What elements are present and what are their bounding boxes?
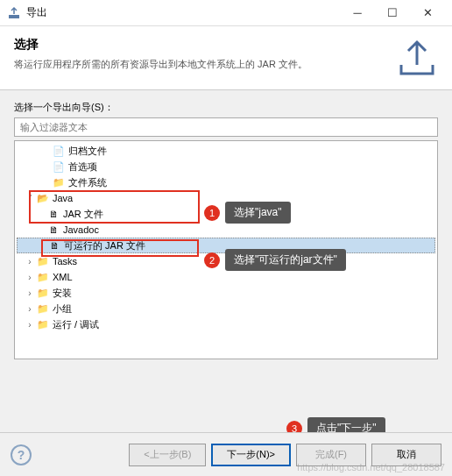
filter-input[interactable]	[14, 117, 438, 137]
maximize-button[interactable]: ☐	[375, 1, 410, 25]
folder-icon: 📁	[36, 302, 50, 315]
collapse-icon[interactable]: ›	[24, 257, 36, 266]
file-icon: 📄	[52, 160, 66, 173]
page-description: 将运行应用程序所需的所有资源导出到本地文件系统上的 JAR 文件。	[14, 58, 396, 71]
tree-item-jar[interactable]: 🗎JAR 文件	[17, 206, 435, 222]
javadoc-icon: 🗎	[46, 224, 60, 236]
collapse-icon[interactable]: ›	[24, 273, 36, 282]
tree-item-team[interactable]: ›📁小组	[17, 301, 435, 316]
folder-icon: 📁	[36, 255, 50, 267]
minimize-button[interactable]: ─	[340, 1, 375, 25]
tree-item-xml[interactable]: ›📁XML	[17, 269, 435, 285]
watermark: https://blog.csdn.net/qq_28018587	[297, 462, 445, 472]
help-button[interactable]: ?	[11, 444, 32, 465]
folder-open-icon: 📂	[36, 192, 50, 204]
title-bar: 导出 ─ ☐ ✕	[0, 0, 452, 26]
tree-item-run-debug[interactable]: ›📁运行 / 调试	[17, 316, 435, 332]
tree-item-runnable-jar[interactable]: 🗎可运行的 JAR 文件	[17, 238, 435, 253]
tree-item-filesystem[interactable]: 📁文件系统	[17, 174, 435, 190]
collapse-icon[interactable]: ›	[24, 320, 36, 330]
folder-icon: 📁	[52, 176, 66, 188]
expand-icon[interactable]: ˅	[24, 194, 36, 203]
window-title: 导出	[26, 5, 340, 20]
tree-item-tasks[interactable]: ›📁Tasks	[17, 253, 435, 269]
svg-rect-0	[9, 15, 19, 18]
export-banner-icon	[396, 37, 438, 79]
page-title: 选择	[14, 37, 396, 53]
tree-item-java[interactable]: ˅📂Java	[17, 190, 435, 206]
tree-item-install[interactable]: ›📁安装	[17, 285, 435, 301]
folder-icon: 📁	[36, 271, 50, 283]
wizard-select-label: 选择一个导出向导(S)：	[14, 101, 438, 114]
next-button[interactable]: 下一步(N)>	[211, 444, 291, 466]
jar-icon: 🗎	[46, 208, 60, 220]
folder-icon: 📁	[36, 318, 50, 330]
folder-icon: 📁	[36, 287, 50, 299]
header-panel: 选择 将运行应用程序所需的所有资源导出到本地文件系统上的 JAR 文件。	[0, 26, 452, 89]
runnable-jar-icon: 🗎	[47, 239, 61, 252]
tree-item-archive[interactable]: 📄归档文件	[17, 143, 435, 159]
file-icon: 📄	[52, 145, 66, 157]
collapse-icon[interactable]: ›	[24, 288, 36, 298]
back-button[interactable]: <上一步(B)	[129, 444, 206, 466]
tree-item-javadoc[interactable]: 🗎Javadoc	[17, 222, 435, 238]
export-wizard-icon	[7, 6, 21, 20]
close-button[interactable]: ✕	[410, 1, 445, 25]
collapse-icon[interactable]: ›	[24, 304, 36, 314]
tree-item-preferences[interactable]: 📄首选项	[17, 159, 435, 174]
content-area: 选择一个导出向导(S)： 📄归档文件 📄首选项 📁文件系统 ˅📂Java 🗎JA…	[0, 90, 452, 370]
tree-container[interactable]: 📄归档文件 📄首选项 📁文件系统 ˅📂Java 🗎JAR 文件 🗎Javadoc…	[14, 140, 438, 359]
